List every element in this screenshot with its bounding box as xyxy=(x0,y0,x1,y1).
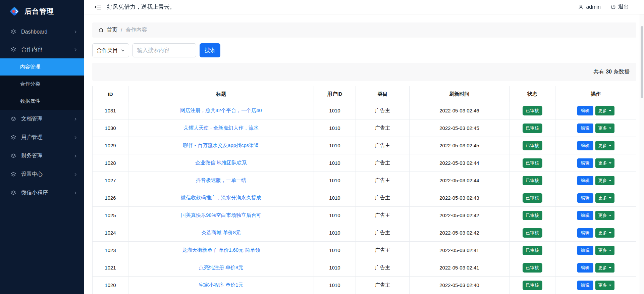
cell-category: 广告主 xyxy=(356,119,410,137)
logout-button[interactable]: 退出 xyxy=(610,3,629,10)
cell-category: 广告主 xyxy=(356,224,410,242)
cell-category: 广告主 xyxy=(356,242,410,259)
row-title-link[interactable]: 荣耀大天使 - 全新魔幻大作，流水 xyxy=(183,125,258,131)
cell-category: 广告主 xyxy=(356,154,410,172)
cell-actions: 编辑更多 xyxy=(555,242,636,259)
sidebar-item-dashboard[interactable]: Dashboard xyxy=(0,23,84,41)
sidebar-item-cooperation-content[interactable]: 合作内容 xyxy=(0,41,84,58)
layers-icon xyxy=(10,171,17,178)
edit-button[interactable]: 编辑 xyxy=(577,193,593,203)
table-row: 1029聊伴 - 百万流水交友app找cps渠道1010广告主2022-05-0… xyxy=(93,137,636,154)
status-badge: 已审核 xyxy=(523,211,542,220)
cell-id: 1025 xyxy=(93,207,128,224)
stats-suffix: 条数据 xyxy=(613,68,630,76)
sidebar-subitem-cooperation-category[interactable]: 合作分类 xyxy=(0,76,84,93)
cell-id: 1023 xyxy=(93,242,128,259)
person-icon xyxy=(578,4,584,10)
sidebar-item-document-management[interactable]: 文档管理 xyxy=(0,110,84,128)
power-icon xyxy=(610,4,616,10)
collapse-menu-icon[interactable] xyxy=(94,3,102,11)
edit-button[interactable]: 编辑 xyxy=(577,281,593,290)
cell-actions: 编辑更多 xyxy=(555,154,636,172)
row-title-link[interactable]: 宅家小程序 单价1元 xyxy=(199,282,244,288)
cell-status: 已审核 xyxy=(509,154,555,172)
more-button[interactable]: 更多 xyxy=(595,193,614,203)
logout-label: 退出 xyxy=(618,3,629,10)
cell-id: 1026 xyxy=(93,189,128,207)
row-title-link[interactable]: 仌选商城 单价8元 xyxy=(201,230,241,235)
cell-status: 已审核 xyxy=(509,137,555,154)
more-button[interactable]: 更多 xyxy=(595,141,614,150)
sidebar-item-wechat-miniprogram[interactable]: 微信小程序 xyxy=(0,184,84,202)
sidebar-subitem-content-management[interactable]: 内容管理 xyxy=(0,58,84,76)
row-title-link[interactable]: 国美真快乐98%空白市场独立后台可 xyxy=(181,212,261,218)
row-title-link[interactable]: 企业微信 地推团队联系 xyxy=(195,160,247,165)
table-row: 1025国美真快乐98%空白市场独立后台可1010广告主2022-05-03 0… xyxy=(93,207,636,224)
row-title-link[interactable]: 龙湖天街新单子 单价1.60元 简单领 xyxy=(182,247,260,253)
edit-button[interactable]: 编辑 xyxy=(577,228,593,238)
row-title-link[interactable]: 微信收款码推广，流水分润永久提成 xyxy=(181,195,261,200)
cell-actions: 编辑更多 xyxy=(555,102,636,119)
more-button[interactable]: 更多 xyxy=(595,176,614,185)
more-button[interactable]: 更多 xyxy=(595,246,614,255)
status-badge: 已审核 xyxy=(523,141,542,150)
cell-title: 抖音极速版，一单一结 xyxy=(128,172,314,189)
more-button[interactable]: 更多 xyxy=(595,124,614,133)
sidebar-item-label: 财务管理 xyxy=(21,152,73,159)
more-button[interactable]: 更多 xyxy=(595,263,614,273)
table-row: 1030荣耀大天使 - 全新魔幻大作，流水1010广告主2022-05-03 0… xyxy=(93,119,636,137)
breadcrumb-separator: / xyxy=(121,27,122,33)
row-title-link[interactable]: 网店注册，总共42个平台，一个店40 xyxy=(180,107,262,113)
row-title-link[interactable]: 聊伴 - 百万流水交友app找cps渠道 xyxy=(183,142,259,148)
scrollbar-thumb[interactable] xyxy=(641,26,643,98)
cell-refresh-time: 2022-05-03 02:44 xyxy=(410,154,509,172)
search-button[interactable]: 搜索 xyxy=(200,43,220,57)
edit-button[interactable]: 编辑 xyxy=(577,211,593,220)
edit-button[interactable]: 编辑 xyxy=(577,263,593,273)
more-button[interactable]: 更多 xyxy=(595,281,614,290)
sidebar-subitem-data-attributes[interactable]: 数据属性 xyxy=(0,93,84,110)
table-row: 1027抖音极速版，一单一结1010广告主2022-05-03 02:44已审核… xyxy=(93,172,636,189)
sidebar-nav: Dashboard 合作内容 内容管理 合作分类 数据属性 xyxy=(0,23,84,202)
cell-category: 广告主 xyxy=(356,137,410,154)
home-icon xyxy=(98,27,104,33)
more-button[interactable]: 更多 xyxy=(595,106,614,115)
caret-down-icon xyxy=(609,128,611,130)
chevron-right-icon xyxy=(73,136,77,140)
edit-button[interactable]: 编辑 xyxy=(577,124,593,133)
cell-user-id: 1010 xyxy=(314,102,356,119)
breadcrumb-home-link[interactable]: 首页 xyxy=(107,27,117,34)
user-menu[interactable]: admin xyxy=(578,4,601,10)
sidebar: 后台管理 Dashboard 合作内容 内容管理 xyxy=(0,0,84,294)
col-header-user-id: 用户ID xyxy=(314,86,356,102)
cell-status: 已审核 xyxy=(509,259,555,277)
more-button[interactable]: 更多 xyxy=(595,158,614,168)
search-input[interactable] xyxy=(132,43,196,57)
cell-title: 点亮纯注册 单价8元 xyxy=(128,259,314,277)
sidebar-item-finance-management[interactable]: 财务管理 xyxy=(0,147,84,165)
edit-button[interactable]: 编辑 xyxy=(577,246,593,255)
username: admin xyxy=(586,4,601,10)
sidebar-item-user-management[interactable]: 用户管理 xyxy=(0,128,84,147)
cell-category: 广告主 xyxy=(356,259,410,277)
chevron-right-icon xyxy=(73,30,77,34)
more-button[interactable]: 更多 xyxy=(595,228,614,238)
edit-button[interactable]: 编辑 xyxy=(577,158,593,168)
table-row: 1023龙湖天街新单子 单价1.60元 简单领1010广告主2022-05-03… xyxy=(93,242,636,259)
edit-button[interactable]: 编辑 xyxy=(577,176,593,185)
row-title-link[interactable]: 抖音极速版，一单一结 xyxy=(196,177,246,183)
edit-button[interactable]: 编辑 xyxy=(577,106,593,115)
row-title-link[interactable]: 点亮纯注册 单价8元 xyxy=(199,264,244,270)
table-row: 1026微信收款码推广，流水分润永久提成1010广告主2022-05-03 02… xyxy=(93,189,636,207)
more-button[interactable]: 更多 xyxy=(595,211,614,220)
edit-button[interactable]: 编辑 xyxy=(577,141,593,150)
cell-category: 广告主 xyxy=(356,207,410,224)
sidebar-item-settings-center[interactable]: 设置中心 xyxy=(0,165,84,184)
cell-actions: 编辑更多 xyxy=(555,119,636,137)
sidebar-item-label: Dashboard xyxy=(21,29,73,35)
cell-category: 广告主 xyxy=(356,277,410,294)
category-select[interactable]: 合作类目 xyxy=(92,43,129,57)
cell-category: 广告主 xyxy=(356,189,410,207)
stats-count: 30 xyxy=(606,69,612,75)
sidebar-item-label: 微信小程序 xyxy=(21,189,73,196)
